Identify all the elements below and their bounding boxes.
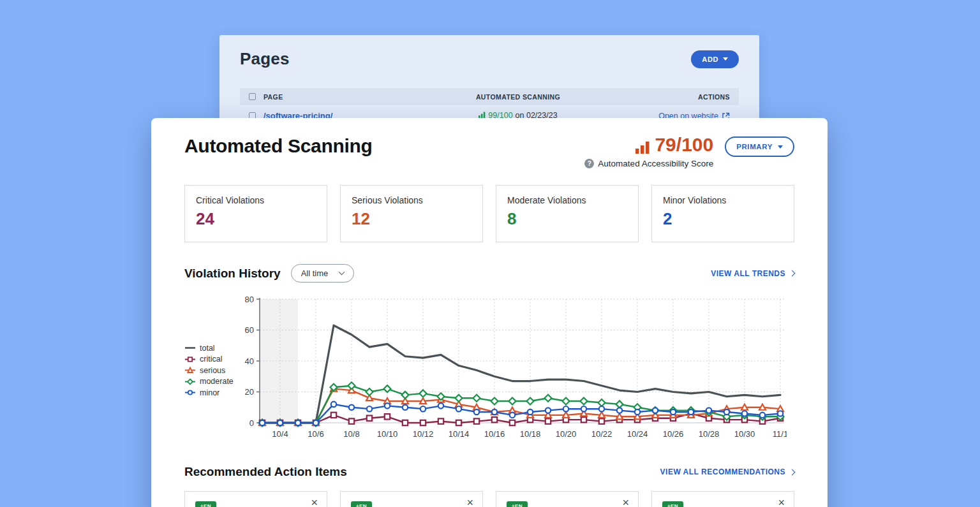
legend-label: moderate — [200, 377, 234, 386]
score-caption: Automated Accessibility Score — [598, 159, 713, 168]
svg-text:10/4: 10/4 — [272, 429, 288, 439]
chart-legend: totalcriticalseriousmoderateminor — [184, 342, 241, 446]
violation-history-title: Violation History — [184, 267, 281, 281]
action-item-badge: +EN — [507, 501, 528, 507]
history-line-chart: 02040608010/410/610/810/1010/1210/1410/1… — [241, 293, 787, 446]
pages-table-header: PAGE AUTOMATED SCANNING ACTIONS — [240, 88, 739, 105]
pages-title: Pages — [240, 49, 290, 69]
action-item-card: +EN × — [184, 491, 327, 507]
pages-header: Pages ADD — [219, 35, 759, 69]
view-all-recommendations-link[interactable]: VIEW ALL RECOMMENDATIONS — [660, 467, 794, 476]
violation-summary-cards: Critical Violations 24 Serious Violation… — [184, 185, 794, 242]
svg-text:10/8: 10/8 — [343, 429, 359, 439]
score-chart-icon — [635, 140, 650, 154]
minor-count: 2 — [663, 209, 783, 229]
legend-item-minor: minor — [184, 387, 241, 399]
svg-text:40: 40 — [245, 356, 254, 366]
modal-title: Automated Scanning — [184, 135, 373, 157]
serious-violations-card: Serious Violations 12 — [340, 185, 483, 242]
chevron-right-icon — [789, 469, 796, 475]
close-icon[interactable]: × — [466, 497, 473, 507]
caret-down-icon — [723, 57, 728, 61]
action-item-cards: +EN × +EN × +EN × +EN × — [184, 491, 794, 507]
violation-history-chart: totalcriticalseriousmoderateminor 020406… — [184, 293, 794, 446]
critical-violations-card: Critical Violations 24 — [184, 185, 327, 242]
legend-item-total: total — [184, 342, 241, 354]
moderate-violations-card: Moderate Violations 8 — [496, 185, 639, 242]
svg-text:11/1: 11/1 — [773, 429, 787, 439]
svg-text:10/22: 10/22 — [591, 429, 612, 439]
action-item-badge: +EN — [195, 501, 216, 507]
scanning-column-header: AUTOMATED SCANNING — [440, 93, 596, 101]
legend-label: critical — [200, 355, 222, 364]
action-item-card: +EN × — [340, 491, 483, 507]
chevron-right-icon — [789, 270, 796, 277]
select-all-checkbox[interactable] — [249, 93, 256, 100]
legend-label: serious — [200, 366, 225, 375]
page-column-header: PAGE — [264, 93, 283, 101]
legend-item-serious: serious — [184, 365, 241, 376]
svg-text:80: 80 — [245, 295, 254, 304]
svg-text:10/30: 10/30 — [734, 429, 755, 439]
caret-down-icon — [778, 145, 783, 149]
svg-text:10/12: 10/12 — [413, 429, 434, 439]
svg-text:10/20: 10/20 — [556, 429, 577, 439]
minor-violations-card: Minor Violations 2 — [651, 185, 794, 242]
automated-scanning-modal: Automated Scanning 79/100 ? Automated Ac… — [151, 118, 828, 507]
violation-history-header: Violation History All time VIEW ALL TREN… — [184, 264, 794, 283]
legend-label: total — [200, 344, 215, 353]
actions-column-header: ACTIONS — [596, 93, 730, 101]
legend-item-critical: critical — [184, 354, 241, 365]
accessibility-score: 79/100 ? Automated Accessibility Score — [584, 135, 713, 168]
svg-text:10/10: 10/10 — [377, 429, 398, 439]
chevron-down-icon — [339, 269, 345, 276]
svg-text:10/14: 10/14 — [449, 429, 470, 439]
time-range-select[interactable]: All time — [291, 264, 355, 283]
score-value: 79/100 — [655, 135, 713, 154]
svg-text:0: 0 — [249, 418, 254, 428]
add-button[interactable]: ADD — [691, 50, 739, 68]
svg-text:10/26: 10/26 — [663, 429, 684, 439]
action-item-badge: +EN — [351, 501, 372, 507]
action-item-card: +EN × — [651, 491, 794, 507]
add-button-label: ADD — [702, 55, 718, 63]
svg-text:10/6: 10/6 — [308, 429, 323, 439]
critical-count: 24 — [196, 209, 316, 229]
moderate-count: 8 — [507, 209, 627, 229]
page-background: Pages ADD PAGE AUTOMATED SCANNING ACTION… — [0, 0, 980, 507]
recommendations-header: Recommended Action Items VIEW ALL RECOMM… — [184, 465, 794, 479]
svg-text:20: 20 — [245, 387, 254, 397]
close-icon[interactable]: × — [622, 497, 629, 507]
recommendations-title: Recommended Action Items — [184, 465, 347, 479]
help-icon[interactable]: ? — [584, 159, 594, 168]
legend-item-moderate: moderate — [184, 376, 241, 388]
action-item-card: +EN × — [496, 491, 639, 507]
svg-text:10/28: 10/28 — [699, 429, 720, 439]
legend-label: minor — [200, 388, 219, 397]
svg-text:60: 60 — [245, 325, 254, 335]
close-icon[interactable]: × — [311, 497, 318, 507]
svg-text:10/18: 10/18 — [520, 429, 541, 439]
close-icon[interactable]: × — [778, 497, 785, 507]
action-item-badge: +EN — [662, 501, 683, 507]
svg-text:10/24: 10/24 — [627, 429, 648, 439]
view-all-trends-link[interactable]: VIEW ALL TRENDS — [711, 269, 794, 278]
svg-text:10/16: 10/16 — [484, 429, 505, 439]
serious-count: 12 — [352, 209, 471, 229]
modal-header: Automated Scanning 79/100 ? Automated Ac… — [184, 135, 794, 168]
primary-dropdown-button[interactable]: PRIMARY — [725, 136, 794, 157]
